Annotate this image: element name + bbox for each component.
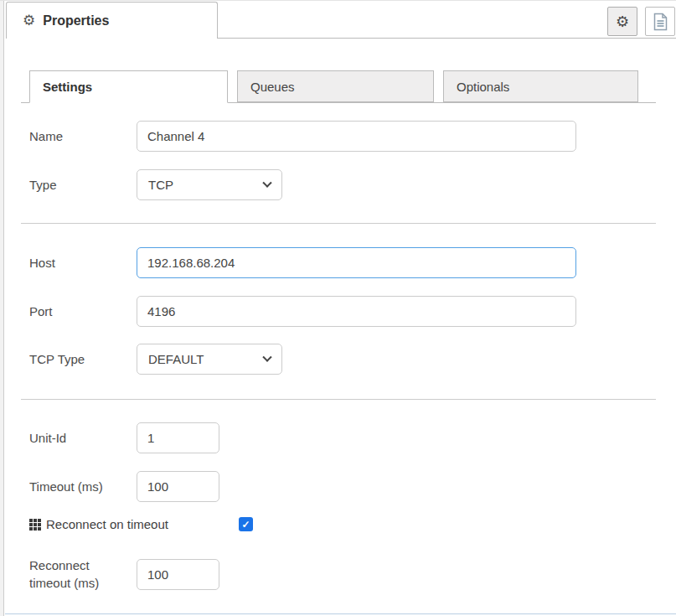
name-input[interactable] — [137, 121, 576, 152]
timeout-label: Timeout (ms) — [29, 479, 137, 494]
reconnect-timeout-label: Reconnect timeout (ms) — [29, 556, 137, 592]
unit-id-label: Unit-Id — [29, 431, 137, 445]
tab-queues[interactable]: Queues — [237, 70, 434, 102]
properties-title: Properties — [43, 13, 109, 28]
unit-id-input[interactable] — [137, 422, 219, 453]
document-icon — [653, 13, 668, 31]
tab-settings[interactable]: Settings — [29, 70, 228, 103]
reconnect-timeout-input[interactable] — [137, 559, 219, 590]
host-label: Host — [29, 256, 137, 270]
form-tabs: Settings Queues Optionals — [21, 70, 656, 103]
tcp-type-select[interactable]: DEFAULT — [137, 344, 282, 375]
chevron-down-icon — [262, 352, 271, 361]
panel-top-edge — [0, 0, 676, 1]
bottom-scroll-edge — [5, 613, 676, 614]
header-buttons: ⚙ — [607, 7, 675, 36]
reconnect-on-timeout-checkbox[interactable]: ✓ — [239, 517, 253, 531]
reconnect-timeout-row: Reconnect timeout (ms) — [21, 556, 656, 592]
tab-optionals[interactable]: Optionals — [443, 70, 638, 102]
gear-icon: ⚙ — [23, 13, 35, 28]
reconnect-on-timeout-label: Reconnect on timeout — [46, 517, 168, 531]
check-icon: ✓ — [241, 520, 250, 530]
host-row: Host — [21, 247, 656, 278]
timeout-input[interactable] — [137, 471, 219, 502]
type-select-value: TCP — [148, 178, 173, 192]
tcp-type-label: TCP Type — [29, 352, 137, 366]
section-divider — [21, 399, 656, 400]
chevron-down-icon — [262, 178, 271, 187]
properties-header-tab: ⚙ Properties — [6, 2, 218, 39]
type-row: Type TCP — [21, 169, 656, 200]
section-divider — [21, 223, 656, 224]
name-label: Name — [29, 129, 137, 143]
type-label: Type — [29, 178, 137, 192]
settings-panel: Settings Queues Optionals Name Type TCP … — [21, 39, 656, 592]
type-select[interactable]: TCP — [137, 169, 282, 200]
unit-id-row: Unit-Id — [21, 422, 656, 453]
port-row: Port — [21, 296, 656, 327]
timeout-row: Timeout (ms) — [21, 471, 656, 502]
grid-icon — [29, 519, 41, 531]
reconnect-on-timeout-row: Reconnect on timeout ✓ — [21, 517, 656, 531]
reconnect-on-timeout-labelgroup: Reconnect on timeout — [29, 517, 239, 531]
port-label: Port — [29, 304, 137, 318]
name-row: Name — [21, 121, 656, 152]
gear-icon: ⚙ — [616, 14, 629, 29]
description-button[interactable] — [645, 7, 675, 36]
tcp-type-select-value: DEFAULT — [148, 352, 204, 366]
properties-button[interactable]: ⚙ — [607, 7, 637, 36]
port-input[interactable] — [137, 296, 576, 327]
panel-left-edge — [0, 0, 4, 616]
tcp-type-row: TCP Type DEFAULT — [21, 344, 656, 375]
host-input[interactable] — [137, 247, 576, 278]
